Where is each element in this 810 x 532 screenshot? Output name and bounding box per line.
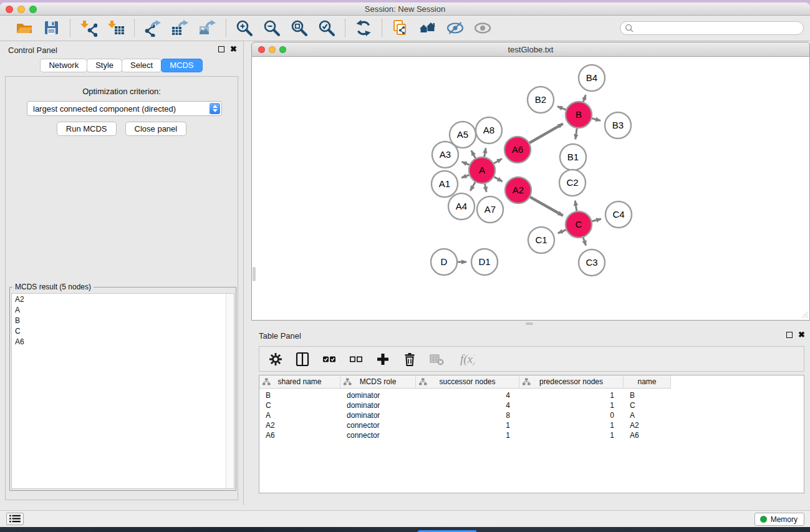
graph-node-D[interactable]: D [431, 249, 457, 275]
mcds-tab-content: Optimization criterion: largest connecte… [5, 76, 238, 500]
export-table-icon[interactable] [171, 19, 190, 37]
network-canvas[interactable]: B4B2BB3A5A8A6A3B1AA1C2A2A4A7C4CC1DD1C3 [251, 57, 810, 321]
zoom-out-icon[interactable] [263, 19, 281, 37]
graph-node-A6[interactable]: A6 [504, 137, 531, 163]
graph-edge-A6-B[interactable] [529, 123, 563, 143]
column-header-MCDS-role[interactable]: MCDS role [340, 375, 416, 389]
graph-edge-A-A8[interactable] [485, 148, 486, 157]
table-row[interactable]: A6connector11A6 [259, 430, 804, 440]
svg-text:A: A [479, 165, 485, 175]
select-all-icon[interactable] [321, 351, 338, 368]
graph-node-A2[interactable]: A2 [505, 177, 531, 203]
run-mcds-button[interactable]: Run MCDS [57, 122, 117, 136]
add-icon[interactable] [374, 351, 392, 368]
graph-edge-C-C3[interactable] [583, 238, 586, 246]
graph-edge-C-C1[interactable] [558, 230, 566, 233]
graph-node-B4[interactable]: B4 [579, 65, 605, 91]
graph-node-C4[interactable]: C4 [605, 201, 632, 228]
graph-edge-A-A2[interactable] [494, 177, 502, 181]
graph-node-A7[interactable]: A7 [477, 196, 503, 223]
table-row[interactable]: A2connector11A2 [259, 420, 804, 430]
table-row[interactable]: Adominator80A [259, 410, 804, 420]
refresh-icon[interactable] [354, 19, 373, 37]
graph-node-B1[interactable]: B1 [560, 144, 586, 170]
column-header-predecessor-nodes[interactable]: predecessor nodes [519, 375, 624, 389]
criterion-dropdown[interactable]: largest connected component (directed) [27, 101, 222, 116]
graph-node-C1[interactable]: C1 [528, 227, 554, 253]
graph-node-B[interactable]: B [566, 102, 592, 128]
tab-mcds[interactable]: MCDS [161, 59, 202, 72]
graph-node-D1[interactable]: D1 [471, 249, 498, 275]
search-input[interactable] [620, 21, 804, 35]
graph-edge-A-A7[interactable] [485, 184, 486, 192]
tab-network[interactable]: Network [40, 59, 87, 72]
column-header-name[interactable]: name [624, 375, 671, 389]
delete-icon[interactable] [401, 351, 418, 368]
gear-icon[interactable] [267, 351, 284, 368]
mcds-result-groupbox: MCDS result (5 nodes) A2ABCA6 [9, 287, 236, 491]
float-table-panel-icon[interactable] [786, 332, 793, 338]
home-icon[interactable] [418, 19, 437, 37]
result-scrollbar[interactable] [226, 294, 234, 488]
result-list-item[interactable]: B [12, 315, 234, 326]
tab-select[interactable]: Select [122, 59, 162, 72]
graph-edge-B-B3[interactable] [592, 118, 600, 121]
graph-edge-B-B2[interactable] [557, 107, 566, 110]
graph-edge-A-A1[interactable] [461, 175, 469, 178]
hide-details-icon[interactable] [473, 19, 492, 37]
tab-style[interactable]: Style [87, 59, 122, 72]
deselect-all-icon[interactable] [347, 351, 365, 368]
graph-node-A3[interactable]: A3 [432, 142, 458, 168]
close-table-panel-icon[interactable]: ✖ [798, 331, 805, 339]
graph-edge-A-A4[interactable] [470, 182, 475, 191]
graph-edge-A2-C[interactable] [530, 197, 563, 216]
graph-node-C3[interactable]: C3 [579, 249, 605, 276]
column-header-successor-nodes[interactable]: successor nodes [416, 375, 519, 389]
table-row[interactable]: Cdominator41C [259, 400, 804, 410]
table-row[interactable]: Bdominator41B [259, 390, 804, 400]
export-image-icon[interactable] [198, 19, 217, 37]
graph-edge-A-A5[interactable] [471, 151, 476, 158]
graph-node-B2[interactable]: B2 [528, 87, 554, 113]
graph-node-A1[interactable]: A1 [432, 171, 458, 197]
graph-node-A8[interactable]: A8 [476, 117, 502, 143]
result-list-item[interactable]: A [12, 304, 234, 315]
import-table-icon[interactable] [107, 19, 125, 37]
close-panel-button[interactable]: Close panel [125, 122, 187, 136]
close-panel-icon[interactable]: ✖ [230, 46, 237, 53]
zoom-selected-icon[interactable] [317, 19, 336, 37]
resize-grip-icon[interactable] [800, 311, 808, 319]
graph-edge-C-C4[interactable] [592, 219, 601, 221]
float-panel-icon[interactable] [218, 46, 224, 52]
graph-edge-C-C2[interactable] [575, 201, 577, 211]
import-network-icon[interactable] [79, 19, 98, 37]
zoom-in-icon[interactable] [235, 19, 254, 37]
graph-node-A4[interactable]: A4 [448, 193, 475, 220]
panel-splitter-handle[interactable] [526, 322, 533, 325]
graph-edge-A-A3[interactable] [462, 162, 470, 165]
column-header-shared-name[interactable]: shared name [259, 375, 340, 389]
graph-edge-B-B4[interactable] [583, 95, 586, 102]
result-list-item[interactable]: A2 [12, 294, 234, 304]
zoom-fit-icon[interactable] [290, 19, 309, 37]
show-details-icon[interactable] [446, 19, 465, 37]
graph-node-A[interactable]: A [469, 157, 495, 183]
save-session-icon[interactable] [42, 19, 61, 37]
result-list-item[interactable]: C [12, 326, 234, 336]
clone-network-icon[interactable] [391, 19, 410, 37]
memory-button[interactable]: Memory [755, 513, 804, 526]
columns-icon[interactable] [294, 351, 311, 368]
graph-node-C[interactable]: C [566, 211, 592, 238]
graph-edge-A-A6[interactable] [494, 159, 502, 164]
graph-node-C2[interactable]: C2 [559, 170, 586, 196]
result-list-item[interactable]: A6 [12, 336, 234, 347]
task-history-button[interactable] [6, 513, 24, 525]
graph-node-B3[interactable]: B3 [605, 112, 631, 138]
canvas-scrollbar-nub[interactable] [253, 267, 256, 281]
export-network-icon[interactable] [143, 19, 162, 37]
graph-edge-B-B1[interactable] [576, 128, 577, 140]
table-panel-header: Table Panel ✖ [251, 326, 810, 344]
open-file-icon[interactable] [15, 19, 34, 37]
svg-text:C: C [576, 219, 582, 230]
table-cell: A2 [624, 421, 671, 430]
